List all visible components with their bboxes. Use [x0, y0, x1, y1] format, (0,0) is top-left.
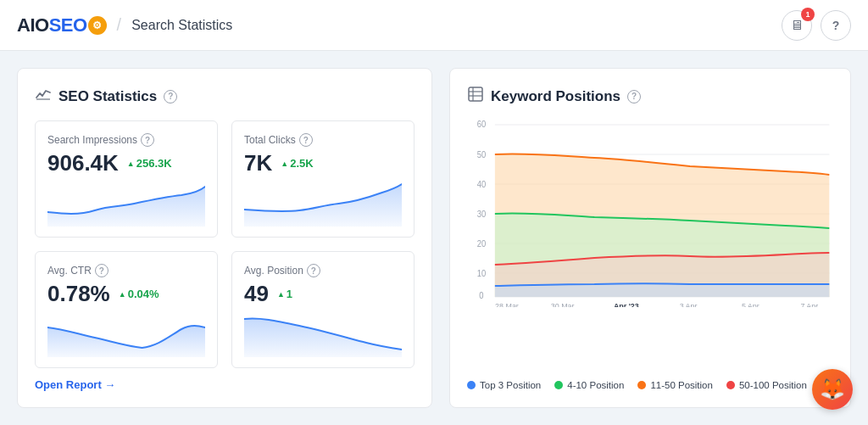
- legend-top3: Top 3 Position: [467, 380, 541, 390]
- keyword-positions-panel: Keyword Positions ? 60 50 40 30 20 10 0: [449, 68, 851, 408]
- seo-stats-icon: [35, 86, 52, 107]
- svg-text:7 Apr: 7 Apr: [800, 302, 818, 307]
- svg-text:20: 20: [477, 239, 487, 249]
- svg-text:Apr '23: Apr '23: [614, 302, 639, 307]
- svg-text:60: 60: [477, 120, 487, 129]
- impressions-help-icon[interactable]: ?: [141, 133, 154, 147]
- keyword-positions-icon: [467, 86, 484, 107]
- top3-label: Top 3 Position: [480, 380, 541, 390]
- main-content: SEO Statistics ? Search Impressions ? 90…: [0, 51, 868, 425]
- mascot-icon: 🦊: [820, 377, 845, 401]
- avg-ctr-change: 0.04%: [119, 288, 159, 300]
- header-divider: /: [117, 15, 122, 35]
- open-report-link[interactable]: Open Report →: [35, 378, 415, 391]
- total-clicks-label: Total Clicks ?: [244, 133, 402, 147]
- keyword-positions-header: Keyword Positions ?: [467, 86, 833, 107]
- legend-50-100: 50-100 Position: [726, 380, 807, 390]
- 50-100-dot: [726, 381, 735, 389]
- total-clicks-card: Total Clicks ? 7K 2.5K: [231, 120, 415, 238]
- seo-statistics-panel: SEO Statistics ? Search Impressions ? 90…: [17, 68, 432, 408]
- monitor-button[interactable]: 🖥 1: [782, 10, 812, 41]
- avg-ctr-label: Avg. CTR ?: [47, 264, 205, 277]
- help-button[interactable]: ?: [821, 10, 851, 41]
- seo-help-icon[interactable]: ?: [164, 90, 177, 103]
- legend-4-10: 4-10 Position: [554, 380, 624, 390]
- monitor-icon: 🖥: [790, 18, 804, 33]
- seo-statistics-header: SEO Statistics ?: [35, 86, 415, 107]
- search-impressions-label: Search Impressions ?: [47, 133, 205, 147]
- 11-50-label: 11-50 Position: [650, 380, 713, 390]
- avg-ctr-value: 0.78%: [47, 281, 110, 307]
- avg-ctr-chart: [47, 310, 205, 361]
- logo-seo: SEO: [49, 14, 87, 36]
- avg-position-value-row: 49 1: [244, 281, 402, 307]
- logo: AIOSEO⚙: [17, 14, 107, 36]
- svg-text:10: 10: [477, 269, 487, 278]
- avg-position-value: 49: [244, 281, 269, 307]
- 11-50-dot: [637, 381, 646, 389]
- page-title: Search Statistics: [131, 18, 232, 33]
- svg-text:30: 30: [477, 210, 487, 219]
- position-help-icon[interactable]: ?: [307, 264, 320, 277]
- search-impressions-chart: [47, 180, 205, 230]
- clicks-help-icon[interactable]: ?: [299, 133, 313, 147]
- svg-text:3 Apr: 3 Apr: [680, 302, 698, 307]
- 50-100-label: 50-100 Position: [739, 380, 807, 390]
- svg-text:5 Apr: 5 Apr: [742, 302, 760, 307]
- 4-10-dot: [554, 381, 563, 389]
- avg-position-label: Avg. Position ?: [244, 264, 402, 277]
- avg-position-chart: [244, 310, 402, 361]
- chart-legend: Top 3 Position 4-10 Position 11-50 Posit…: [467, 380, 833, 390]
- avg-position-change: 1: [277, 288, 292, 300]
- keyword-help-icon[interactable]: ?: [627, 90, 641, 103]
- svg-text:50: 50: [477, 150, 487, 159]
- avg-ctr-value-row: 0.78% 0.04%: [47, 281, 205, 307]
- keyword-positions-title: Keyword Positions: [491, 88, 620, 105]
- logo-aio: AIO: [17, 14, 49, 36]
- ctr-help-icon[interactable]: ?: [95, 264, 108, 277]
- total-clicks-change: 2.5K: [281, 157, 313, 170]
- top3-dot: [467, 381, 476, 389]
- avg-position-card: Avg. Position ? 49 1: [231, 251, 415, 368]
- total-clicks-value-row: 7K 2.5K: [244, 150, 402, 176]
- search-impressions-value: 906.4K: [47, 150, 119, 176]
- svg-text:30 Mar: 30 Mar: [551, 302, 575, 307]
- legend-11-50: 11-50 Position: [637, 380, 713, 390]
- svg-text:0: 0: [479, 291, 484, 300]
- header: AIOSEO⚙ / Search Statistics 🖥 1 ?: [0, 0, 868, 51]
- search-impressions-change: 256.3K: [127, 157, 172, 170]
- keyword-positions-chart: 60 50 40 30 20 10 0: [467, 120, 833, 373]
- avg-ctr-card: Avg. CTR ? 0.78% 0.04%: [35, 251, 218, 368]
- notification-badge: 1: [801, 8, 815, 21]
- logo-gear-icon: ⚙: [88, 16, 107, 35]
- seo-statistics-title: SEO Statistics: [58, 88, 157, 105]
- 4-10-label: 4-10 Position: [567, 380, 624, 390]
- total-clicks-chart: [244, 180, 402, 230]
- search-impressions-value-row: 906.4K 256.3K: [47, 150, 205, 176]
- svg-text:40: 40: [477, 180, 487, 189]
- help-icon: ?: [832, 19, 840, 32]
- svg-rect-1: [469, 87, 482, 101]
- svg-text:28 Mar: 28 Mar: [495, 302, 519, 307]
- header-actions: 🖥 1 ?: [782, 10, 851, 41]
- search-impressions-card: Search Impressions ? 906.4K 256.3K: [35, 120, 218, 238]
- total-clicks-value: 7K: [244, 150, 272, 176]
- mascot-avatar[interactable]: 🦊: [812, 369, 853, 410]
- stats-grid: Search Impressions ? 906.4K 256.3K: [35, 120, 415, 368]
